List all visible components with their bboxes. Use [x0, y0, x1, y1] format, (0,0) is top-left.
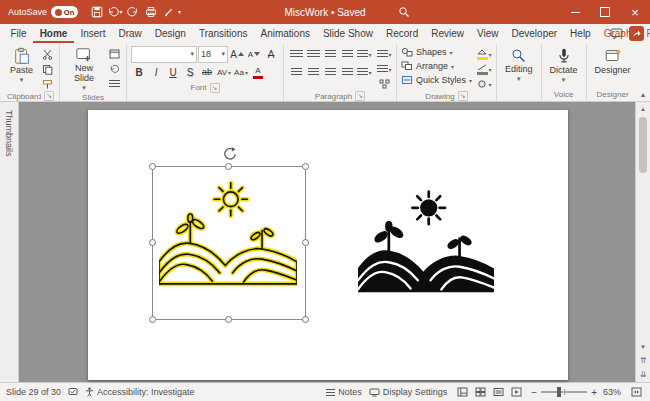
scroll-up-button[interactable]: ▴ — [637, 103, 649, 115]
slide-layout-button[interactable] — [106, 47, 122, 61]
shape-effects-button[interactable]: ▾ — [476, 77, 492, 91]
tab-help[interactable]: Help — [564, 24, 598, 43]
italic-button[interactable]: I — [148, 65, 164, 79]
bold-button[interactable]: B — [131, 65, 147, 79]
tab-insert[interactable]: Insert — [74, 24, 112, 43]
resize-handle-se[interactable] — [302, 316, 309, 323]
redo-button[interactable] — [124, 3, 141, 21]
reading-view-button[interactable] — [490, 385, 506, 399]
align-left-button[interactable] — [288, 65, 304, 79]
dictate-button[interactable]: Dictate ▾ — [546, 45, 582, 85]
thumbnails-pane-collapsed[interactable]: Thumbnails — [0, 102, 19, 382]
shapes-button[interactable]: Shapes ▾ — [401, 45, 472, 59]
grow-font-button[interactable]: A — [229, 47, 245, 61]
farm-illustration-outlined[interactable] — [159, 177, 297, 297]
tab-view[interactable]: View — [471, 24, 506, 43]
collapse-ribbon-button[interactable]: ▴ — [641, 90, 645, 99]
clear-formatting-button[interactable]: A — [263, 47, 279, 61]
numbering-button[interactable] — [305, 47, 321, 61]
tab-animations[interactable]: Animations — [254, 24, 316, 43]
resize-handle-s[interactable] — [225, 316, 232, 323]
minimize-button[interactable] — [560, 0, 590, 24]
shape-fill-button[interactable]: ▾ — [476, 47, 492, 61]
resize-handle-e[interactable] — [302, 239, 309, 246]
previous-slide-button[interactable]: ⇈ — [637, 353, 649, 367]
shape-outline-button[interactable]: ▾ — [476, 62, 492, 76]
font-size-dropdown-icon[interactable]: ▾ — [222, 50, 226, 58]
undo-dropdown-icon[interactable]: ▾ — [120, 9, 123, 15]
fit-to-window-button[interactable] — [628, 385, 644, 399]
font-name-input[interactable]: ▾ — [131, 46, 197, 63]
bullets-button[interactable] — [288, 47, 304, 61]
slide-counter[interactable]: Slide 29 of 30 — [6, 387, 61, 397]
accessibility-checker[interactable]: Accessibility: Investigate — [85, 387, 195, 397]
tab-draw[interactable]: Draw — [112, 24, 148, 43]
paragraph-dialog-launcher[interactable]: ↘ — [355, 91, 365, 101]
tab-home[interactable]: Home — [33, 24, 74, 43]
drawing-dialog-launcher[interactable]: ↘ — [458, 91, 468, 101]
farm-illustration-solid[interactable] — [358, 186, 494, 304]
format-painter-button[interactable] — [39, 77, 55, 91]
spell-check-button[interactable] — [68, 387, 78, 397]
change-case-button[interactable]: Aa▾ — [233, 65, 249, 79]
strikethrough-button[interactable]: ab — [199, 65, 215, 79]
text-direction-button[interactable]: ▾ — [376, 47, 392, 61]
line-spacing-button[interactable]: ▾ — [356, 47, 372, 61]
quick-styles-button[interactable]: Quick Styles ▾ — [401, 73, 472, 87]
share-button[interactable] — [629, 26, 644, 41]
autosave-switch[interactable]: On — [51, 6, 78, 18]
tab-review[interactable]: Review — [425, 24, 471, 43]
text-shadow-button[interactable]: S — [182, 65, 198, 79]
font-name-dropdown-icon[interactable]: ▾ — [191, 50, 195, 58]
display-settings-button[interactable]: Display Settings — [369, 387, 448, 397]
paste-button[interactable]: Paste ▾ — [6, 45, 37, 85]
new-slide-dropdown-icon[interactable]: ▾ — [82, 83, 86, 93]
notes-button[interactable]: Notes — [326, 387, 362, 397]
font-size-input[interactable]: 18 ▾ — [198, 46, 228, 63]
vertical-scrollbar[interactable]: ▴ ▾ ⇈ ⇊ — [635, 102, 650, 382]
zoom-slider[interactable] — [541, 391, 587, 393]
slide-show-button[interactable] — [508, 385, 524, 399]
comments-icon[interactable] — [610, 28, 623, 40]
section-button[interactable] — [106, 77, 122, 91]
copy-button[interactable] — [39, 62, 55, 76]
zoom-out-button[interactable]: − — [531, 387, 537, 398]
reset-slide-button[interactable] — [106, 62, 122, 76]
autosave-toggle[interactable]: AutoSave On — [8, 6, 78, 18]
align-center-button[interactable] — [305, 65, 321, 79]
zoom-level[interactable]: 63% — [601, 387, 621, 397]
tab-record[interactable]: Record — [379, 24, 424, 43]
columns-button[interactable]: ▾ — [356, 65, 372, 79]
slide-sorter-view-button[interactable] — [472, 385, 488, 399]
justify-button[interactable] — [339, 65, 355, 79]
cut-button[interactable] — [39, 47, 55, 61]
search-button[interactable] — [394, 3, 414, 21]
maximize-button[interactable] — [590, 0, 620, 24]
resize-handle-w[interactable] — [149, 239, 156, 246]
quick-print-button[interactable] — [142, 3, 159, 21]
resize-handle-sw[interactable] — [149, 316, 156, 323]
tab-design[interactable]: Design — [148, 24, 192, 43]
resize-handle-n[interactable] — [225, 163, 232, 170]
clipboard-dialog-launcher[interactable]: ↘ — [44, 91, 54, 101]
save-button[interactable] — [88, 3, 105, 21]
increase-indent-button[interactable] — [339, 47, 355, 61]
convert-to-smartart-button[interactable] — [376, 77, 392, 91]
designer-button[interactable]: Designer — [591, 45, 635, 75]
tab-slide-show[interactable]: Slide Show — [316, 24, 379, 43]
undo-button[interactable]: ▾ — [106, 3, 123, 21]
align-right-button[interactable] — [322, 65, 338, 79]
draw-button[interactable] — [160, 3, 177, 21]
selected-graphic[interactable] — [152, 166, 306, 320]
zoom-in-button[interactable]: + — [591, 387, 597, 398]
tab-file[interactable]: File — [4, 24, 33, 43]
resize-handle-ne[interactable] — [302, 163, 309, 170]
shrink-font-button[interactable]: A — [246, 47, 262, 61]
customize-qat-icon[interactable]: ▾ — [178, 9, 181, 15]
normal-view-button[interactable] — [454, 385, 470, 399]
scrollbar-thumb[interactable] — [639, 117, 647, 173]
scroll-down-button[interactable]: ▾ — [637, 341, 649, 353]
tab-transitions[interactable]: Transitions — [192, 24, 254, 43]
zoom-slider-thumb[interactable] — [557, 387, 561, 397]
resize-handle-nw[interactable] — [149, 163, 156, 170]
